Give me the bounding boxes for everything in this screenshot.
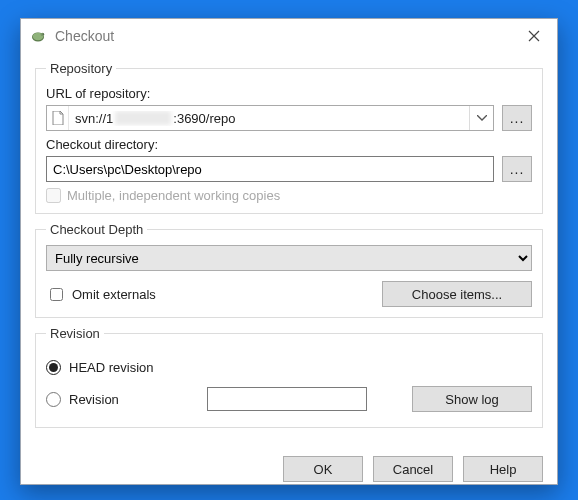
tortoisesvn-icon [29,27,47,45]
head-revision-label: HEAD revision [69,360,199,375]
svg-point-2 [41,33,45,37]
omit-externals-label: Omit externals [72,287,156,302]
omit-externals-checkbox[interactable] [50,288,63,301]
cancel-button[interactable]: Cancel [373,456,453,482]
repository-legend: Repository [46,61,116,76]
specific-revision-radio[interactable] [46,392,61,407]
multiple-copies-checkbox-row: Multiple, independent working copies [46,188,532,203]
close-button[interactable] [511,19,557,53]
checkout-dir-label: Checkout directory: [46,137,532,152]
omit-externals-row[interactable]: Omit externals [46,285,382,304]
checkout-depth-group: Checkout Depth Fully recursive Omit exte… [35,222,543,318]
redacted-segment [115,111,171,125]
ok-button[interactable]: OK [283,456,363,482]
show-log-button[interactable]: Show log [412,386,532,412]
repository-group: Repository URL of repository: svn://1:36… [35,61,543,214]
document-icon [47,106,69,130]
window-title: Checkout [55,28,114,44]
close-icon [528,30,540,42]
titlebar[interactable]: Checkout [21,19,557,53]
checkout-dialog: Checkout Repository URL of repository: [20,18,558,485]
revision-legend: Revision [46,326,104,341]
revision-group: Revision HEAD revision Revision Show log [35,326,543,428]
dropdown-arrow-icon[interactable] [469,106,493,130]
dialog-footer: OK Cancel Help [21,446,557,482]
multiple-copies-checkbox [46,188,61,203]
repository-url-value: svn://1:3690/repo [69,111,469,126]
choose-items-button[interactable]: Choose items... [382,281,532,307]
checkout-depth-select[interactable]: Fully recursive [46,245,532,271]
head-revision-radio[interactable] [46,360,61,375]
url-label: URL of repository: [46,86,532,101]
multiple-copies-label: Multiple, independent working copies [67,188,280,203]
revision-number-input[interactable] [207,387,367,411]
specific-revision-label: Revision [69,392,199,407]
browse-url-button[interactable]: ... [502,105,532,131]
repository-url-combo[interactable]: svn://1:3690/repo [46,105,494,131]
help-button[interactable]: Help [463,456,543,482]
checkout-depth-legend: Checkout Depth [46,222,147,237]
svg-point-3 [43,33,44,34]
checkout-dir-input[interactable] [46,156,494,182]
browse-dir-button[interactable]: ... [502,156,532,182]
